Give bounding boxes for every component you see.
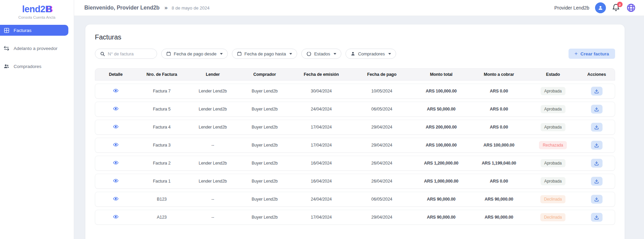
lender-cell: Lender Lend2b	[187, 125, 238, 130]
table-row: Factura 3 -- Buyer Lend2b 17/04/2024 29/…	[95, 138, 615, 153]
download-button[interactable]	[591, 87, 603, 96]
status-badge: Aprobada	[541, 87, 565, 95]
total-amount-cell: ARS 50,000.00	[412, 107, 471, 112]
invoices-table: DetalleNro. de FacturaLenderCompradorFec…	[95, 68, 615, 225]
buyer-cell: Buyer Lend2b	[238, 143, 291, 148]
eye-icon	[113, 142, 119, 148]
table-body: Factura 7 Lender Lend2b Buyer Lend2b 30/…	[95, 84, 615, 225]
view-detail-button[interactable]	[113, 142, 119, 148]
search-input[interactable]	[108, 51, 152, 56]
view-detail-button[interactable]	[113, 88, 119, 93]
sidebar-item-label: Compradores	[14, 64, 41, 69]
receivable-amount-cell: ARS 0.00	[470, 125, 527, 130]
download-button[interactable]	[591, 177, 603, 186]
invoice-search[interactable]	[95, 49, 157, 59]
receivable-amount-cell: ARS 90,000.00	[470, 197, 527, 202]
detail-cell	[95, 124, 136, 131]
sidebar-item-facturas[interactable]: Facturas	[0, 25, 68, 36]
buyers-label: Compradores	[358, 51, 385, 56]
detail-cell	[95, 196, 136, 203]
lender-cell: Lender Lend2b	[187, 179, 238, 184]
view-detail-button[interactable]	[113, 106, 119, 112]
chevron-down-icon	[388, 53, 391, 55]
invoice-number-cell: Factura 3	[136, 143, 187, 148]
payment-date-cell: 06/05/2024	[352, 107, 412, 112]
view-detail-button[interactable]	[113, 178, 119, 184]
detail-cell	[95, 160, 136, 167]
status-badge: Declinada	[540, 213, 565, 221]
eye-icon	[113, 106, 119, 112]
total-amount-cell: ARS 100,000.00	[412, 143, 471, 148]
download-button[interactable]	[591, 159, 603, 168]
payment-date-cell: 10/05/2024	[352, 89, 412, 93]
download-icon	[594, 197, 599, 202]
eye-icon	[113, 196, 119, 202]
buyer-cell: Buyer Lend2b	[238, 107, 291, 112]
status-badge: Rechazada	[539, 141, 567, 149]
invoice-number-cell: A123	[136, 215, 187, 220]
download-button[interactable]	[591, 105, 603, 114]
topbar: Bienvenido, Provider Lend2b » 8 de mayo …	[74, 0, 644, 16]
download-icon	[594, 89, 599, 94]
table-header-row: DetalleNro. de FacturaLenderCompradorFec…	[95, 68, 615, 81]
download-icon	[594, 125, 599, 130]
total-amount-cell: ARS 90,000.00	[412, 197, 471, 202]
actions-cell	[578, 141, 615, 150]
states-filter[interactable]: Estados	[301, 49, 341, 59]
view-detail-button[interactable]	[113, 214, 119, 220]
date-from-filter[interactable]: Fecha de pago desde	[161, 49, 228, 59]
facturas-panel: Facturas Fecha de pago desde Fecha de pa…	[85, 24, 625, 239]
actions-cell	[578, 105, 615, 114]
buyer-cell: Buyer Lend2b	[238, 197, 291, 202]
invoice-number-cell: Factura 2	[136, 161, 187, 166]
table-row: Factura 7 Lender Lend2b Buyer Lend2b 30/…	[95, 84, 615, 99]
language-button[interactable]	[626, 3, 636, 13]
eye-icon	[113, 88, 119, 93]
create-invoice-label: Crear factura	[580, 51, 609, 56]
avatar[interactable]	[595, 2, 606, 13]
create-invoice-button[interactable]: + Crear factura	[569, 49, 615, 59]
table-row: B123 -- Buyer Lend2b 24/04/2024 06/05/20…	[95, 192, 615, 207]
eye-icon	[113, 124, 119, 130]
status-cell: Rechazada	[527, 141, 578, 149]
states-label: Estados	[314, 51, 330, 56]
view-detail-button[interactable]	[113, 160, 119, 166]
user-icon	[597, 5, 604, 11]
sidebar-item-label: Facturas	[14, 28, 32, 33]
issue-date-cell: 17/04/2024	[291, 125, 352, 130]
date-to-label: Fecha de pago hasta	[244, 51, 286, 56]
status-cell: Declinada	[527, 213, 578, 221]
view-detail-button[interactable]	[113, 124, 119, 130]
chevron-down-icon	[220, 53, 223, 55]
sidebar-item-compradores[interactable]: Compradores	[0, 61, 68, 72]
status-cell: Aprobada	[527, 159, 578, 167]
sidebar-item-adelanto[interactable]: Adelanto a proveedor	[0, 43, 68, 54]
actions-cell	[578, 195, 615, 204]
column-header: Acciones	[578, 72, 615, 77]
status-badge: Aprobada	[541, 105, 565, 113]
download-button[interactable]	[591, 141, 603, 150]
lender-cell: Lender Lend2b	[187, 107, 238, 112]
download-button[interactable]	[591, 123, 603, 132]
notifications-button[interactable]: 2	[612, 3, 621, 13]
calendar-icon	[166, 51, 171, 56]
date-to-filter[interactable]: Fecha de pago hasta	[232, 49, 297, 59]
download-button[interactable]	[591, 195, 603, 204]
table-row: Factura 4 Lender Lend2b Buyer Lend2b 17/…	[95, 120, 615, 135]
topbar-right: Provider Lend2b 2	[554, 2, 636, 13]
buyer-cell: Buyer Lend2b	[238, 89, 291, 93]
content-area: Facturas Fecha de pago desde Fecha de pa…	[74, 16, 644, 239]
status-badge: Declinada	[540, 195, 565, 203]
download-button[interactable]	[591, 213, 603, 222]
invoice-number-cell: B123	[136, 197, 187, 202]
detail-cell	[95, 214, 136, 221]
issue-date-cell: 24/04/2024	[291, 107, 352, 112]
logo-text: lend2	[22, 4, 45, 14]
view-detail-button[interactable]	[113, 196, 119, 202]
page-title: Facturas	[95, 33, 615, 41]
buyers-filter[interactable]: Compradores	[345, 49, 396, 59]
column-header: Monto total	[412, 72, 471, 77]
payment-date-cell: 26/04/2024	[352, 161, 412, 166]
download-icon	[594, 143, 599, 148]
status-cell: Aprobada	[527, 177, 578, 185]
